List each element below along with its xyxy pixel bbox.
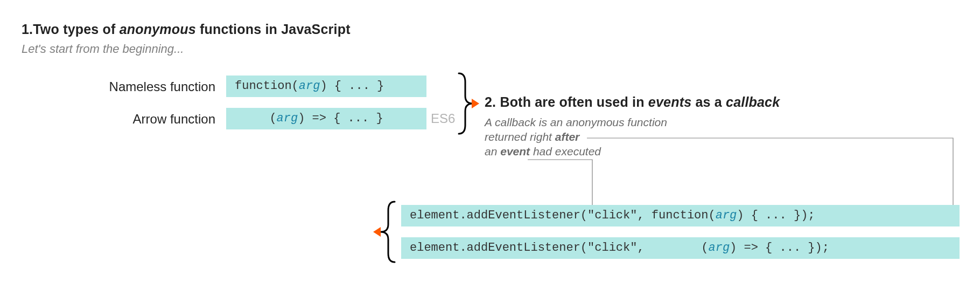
text-em: callback [726,94,780,109]
text-em: anonymous [120,22,196,37]
section1-subtitle: Let's start from the beginning... [22,42,184,56]
section1-heading: 1.Two types of anonymous functions in Ja… [22,22,351,37]
code-text: ) => { ... } [298,112,383,125]
code-arg: arg [716,209,737,222]
code-arg: arg [299,79,320,93]
section2-heading: 2. Both are often used in events as a ca… [485,94,780,110]
example-code-2: element.addEventListener("click", (arg) … [401,237,960,259]
row1-label: Nameless function [59,79,215,94]
code-text: ) { ... } [320,79,384,93]
arrow-left-icon [373,227,381,237]
text-em: events [648,94,691,109]
code-text: ( [269,112,276,125]
brace-left-icon [380,201,396,263]
text: functions in JavaScript [196,22,351,37]
text: 1.Two types of [22,22,120,37]
text: 2. Both are often used in [485,94,648,109]
example-code-1: element.addEventListener("click", functi… [401,205,960,226]
code-text: ) => { ... }); [730,241,829,255]
row1-code: function(arg) { ... } [226,76,426,97]
code-text: ) { ... }); [737,209,815,222]
es6-badge: ES6 [431,111,455,126]
code-text: element.addEventListener("click", functi… [410,209,716,222]
connector-lines-icon [485,126,969,212]
code-arg: arg [277,112,298,125]
row2-label: Arrow function [59,112,215,127]
code-arg: arg [709,241,730,255]
text: as a [691,94,726,109]
code-text: element.addEventListener("click", ( [410,241,709,255]
row2-code: (arg) => { ... } [226,108,426,129]
arrow-right-icon [472,99,479,108]
code-text: function( [235,79,299,93]
